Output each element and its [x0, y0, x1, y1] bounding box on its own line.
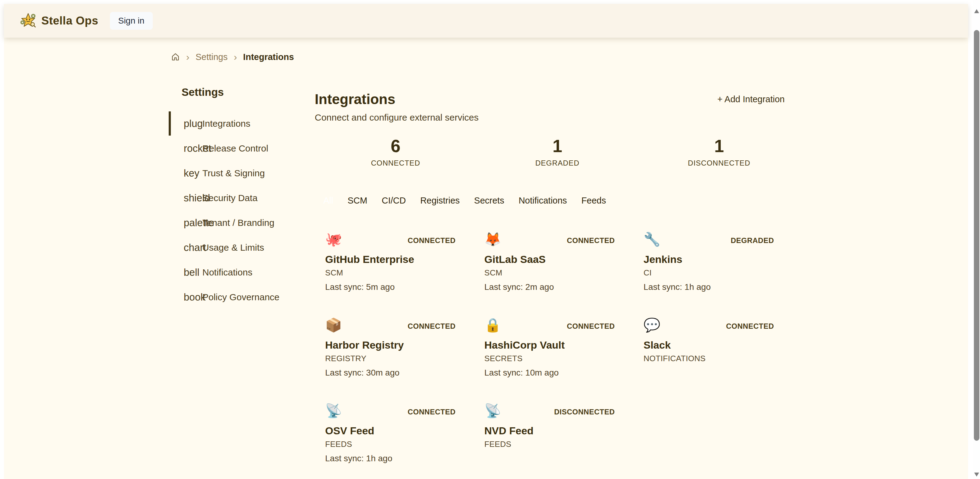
sign-in-button[interactable]: Sign in	[110, 12, 153, 30]
integration-icon: 🦊	[484, 231, 501, 247]
category-tab[interactable]: Feeds	[581, 196, 606, 206]
sidebar-item-icon: book	[184, 291, 206, 303]
sidebar-nav-item[interactable]: Release Control rocket	[169, 137, 315, 159]
integration-last-sync: Last sync: 5m ago	[325, 282, 455, 292]
integration-icon: 📦	[325, 317, 342, 333]
page-subtitle: Connect and configure external services	[315, 112, 479, 123]
sidebar-item-label: Policy Governance	[202, 292, 280, 302]
status-badge: CONNECTED	[407, 408, 455, 416]
integration-category: FEEDS	[325, 439, 455, 449]
integration-category: SCM	[325, 268, 455, 278]
add-integration-button[interactable]: + Add Integration	[716, 94, 786, 105]
stat-block: 1 DISCONNECTED	[638, 137, 800, 167]
sidebar-item-icon: palette	[184, 217, 214, 229]
integration-last-sync: Last sync: 2m ago	[484, 282, 615, 292]
integration-card[interactable]: 🐙 GitHub Enterprise SCM Last sync: 5m ag…	[315, 229, 455, 297]
stat-block: 6 CONNECTED	[315, 137, 476, 167]
integration-name: GitLab SaaS	[484, 253, 615, 265]
category-tabs: AllSCMCI/CDRegistriesSecretsNotification…	[315, 196, 800, 206]
category-tab[interactable]: All	[323, 196, 333, 206]
stat-label: DISCONNECTED	[638, 159, 800, 167]
integration-name: HashiCorp Vault	[484, 339, 615, 351]
page-background: › Settings › Integrations Settings Integ…	[4, 38, 968, 479]
sidebar-item-label: Notifications	[202, 267, 252, 278]
integration-category: CI	[644, 268, 774, 278]
page-header: Integrations Connect and configure exter…	[315, 91, 800, 123]
status-badge: CONNECTED	[567, 236, 615, 245]
top-bar: Stella Ops Sign in	[4, 4, 968, 38]
sidebar-item-label: Security Data	[202, 193, 258, 203]
breadcrumb-link-settings[interactable]: Settings	[196, 52, 228, 62]
sidebar-nav-item[interactable]: Trust & Signing key	[169, 162, 315, 184]
integration-name: Harbor Registry	[325, 339, 455, 351]
integration-category: NOTIFICATIONS	[644, 354, 774, 363]
sidebar-item-icon: rocket	[184, 143, 211, 154]
integration-last-sync: Last sync: 30m ago	[325, 368, 455, 378]
main-content: Integrations Connect and configure exter…	[315, 64, 800, 468]
integration-icon: 📡	[484, 403, 501, 419]
status-badge: CONNECTED	[567, 322, 615, 331]
integration-category: REGISTRY	[325, 354, 455, 363]
integration-name: GitHub Enterprise	[325, 253, 455, 265]
category-tab[interactable]: Notifications	[519, 196, 567, 206]
sidebar-nav-item[interactable]: Notifications bell	[169, 261, 315, 283]
sidebar-item-icon: chart	[184, 242, 206, 253]
integration-category: SCM	[484, 268, 615, 278]
integration-name: NVD Feed	[484, 425, 615, 437]
sidebar-item-label: Release Control	[202, 143, 268, 154]
sidebar-nav-item[interactable]: Tenant / Branding palette	[169, 212, 315, 234]
integrations-grid: 🐙 GitHub Enterprise SCM Last sync: 5m ag…	[315, 229, 800, 468]
stat-label: DEGRADED	[476, 159, 638, 167]
category-tab[interactable]: Secrets	[474, 196, 504, 206]
sidebar-item-icon: key	[184, 167, 199, 179]
integration-card[interactable]: 🔒 HashiCorp Vault SECRETS Last sync: 10m…	[474, 315, 615, 383]
integration-category: FEEDS	[484, 439, 615, 449]
scrollbar-down-arrow-icon[interactable]	[974, 473, 979, 477]
integration-icon: 🔧	[644, 231, 660, 247]
integration-icon: 🔒	[484, 317, 501, 333]
status-badge: DEGRADED	[731, 236, 774, 245]
stat-value: 6	[315, 137, 476, 155]
sidebar-nav-item[interactable]: Policy Governance book	[169, 286, 315, 308]
integration-card[interactable]: 🔧 Jenkins CI Last sync: 1h ago DEGRADED	[633, 229, 774, 297]
home-icon[interactable]	[171, 53, 180, 62]
breadcrumb-current-page: Integrations	[243, 52, 294, 62]
sidebar-item-icon: shield	[184, 192, 210, 204]
content-wrapper: Settings Integrations plug Release Contr…	[169, 64, 800, 468]
category-tab[interactable]: Registries	[420, 196, 460, 206]
integration-card[interactable]: 📦 Harbor Registry REGISTRY Last sync: 30…	[315, 315, 455, 383]
integration-icon: 💬	[644, 317, 660, 333]
sidebar-item-label: Integrations	[202, 118, 250, 129]
app-title: Stella Ops	[41, 14, 98, 27]
sidebar-heading: Settings	[181, 86, 315, 98]
stats-row: 6 CONNECTED 1 DEGRADED 1 DISCONNECTED	[315, 137, 800, 167]
sidebar-item-label: Trust & Signing	[202, 168, 265, 178]
integration-category: SECRETS	[484, 354, 615, 363]
integration-card[interactable]: 🦊 GitLab SaaS SCM Last sync: 2m ago CONN…	[474, 229, 615, 297]
integration-last-sync: Last sync: 10m ago	[484, 368, 615, 378]
integration-card[interactable]: 💬 Slack NOTIFICATIONS CONNECTED	[633, 315, 774, 383]
scrollbar-thumb[interactable]	[974, 30, 979, 441]
sidebar-nav-item[interactable]: Security Data shield	[169, 187, 315, 209]
integration-card[interactable]: 📡 NVD Feed FEEDS DISCONNECTED	[474, 400, 615, 468]
scrollbar[interactable]	[973, 0, 980, 479]
status-badge: CONNECTED	[407, 236, 455, 245]
stella-ops-logo-icon	[20, 13, 37, 29]
stat-value: 1	[476, 137, 638, 155]
sidebar-nav-item[interactable]: Usage & Limits chart	[169, 236, 315, 259]
integration-name: OSV Feed	[325, 425, 455, 437]
app-window: Stella Ops Sign in › Settings › Integrat…	[4, 4, 968, 479]
stat-block: 1 DEGRADED	[476, 137, 638, 167]
category-tab[interactable]: SCM	[347, 196, 367, 206]
sidebar-nav-item[interactable]: Integrations plug	[169, 112, 315, 135]
category-tab[interactable]: CI/CD	[382, 196, 406, 206]
sidebar-item-icon: bell	[184, 267, 199, 278]
integration-card[interactable]: 📡 OSV Feed FEEDS Last sync: 1h ago CONNE…	[315, 400, 455, 468]
sidebar-item-icon: plug	[184, 118, 203, 129]
breadcrumb-separator: ›	[186, 51, 189, 63]
integration-icon: 🐙	[325, 231, 342, 247]
scrollbar-up-arrow-icon[interactable]	[974, 9, 979, 13]
integration-name: Jenkins	[644, 253, 774, 265]
breadcrumb-separator: ›	[234, 51, 237, 63]
integration-last-sync: Last sync: 1h ago	[644, 282, 774, 292]
